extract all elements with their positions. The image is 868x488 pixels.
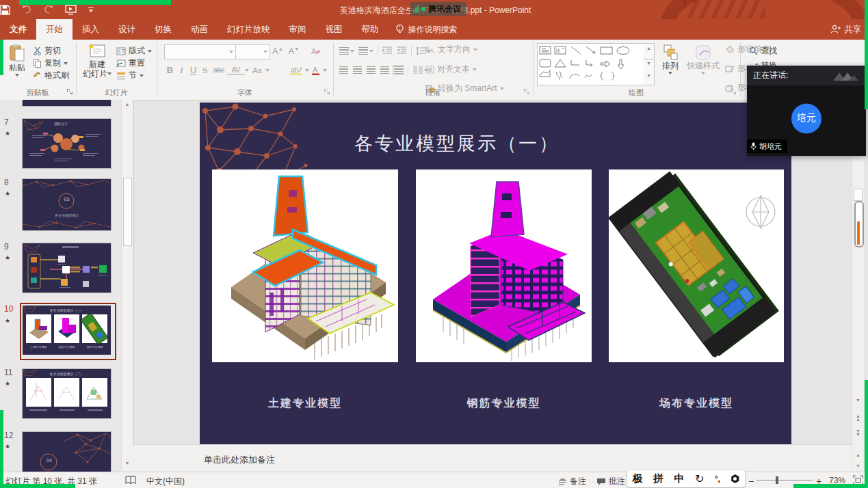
tab-design[interactable]: 设计 xyxy=(109,19,145,40)
tab-view[interactable]: 视图 xyxy=(316,19,352,40)
qat-customize-icon[interactable] xyxy=(88,7,94,13)
ime-redo-icon[interactable]: ↻ xyxy=(695,472,704,485)
meeting-status-dot xyxy=(421,7,425,11)
thumbnail-slide-6-partial[interactable] xyxy=(23,100,111,106)
share-border-bottom-left xyxy=(0,484,75,488)
ime-chinese-button[interactable]: 中 xyxy=(674,472,685,485)
thumbnail-slide-11[interactable]: 各专业模型展示（二） xyxy=(23,369,111,418)
slides-group: 幻灯片 xyxy=(77,40,156,100)
notes-icon xyxy=(558,478,567,486)
notes-placeholder[interactable]: 单击此处添加备注 xyxy=(204,454,275,466)
slide-12-mini-graphic xyxy=(23,432,111,472)
clipboard-dialog-launcher[interactable] xyxy=(66,87,73,97)
tab-insert[interactable]: 插入 xyxy=(73,19,109,40)
share-border-right-bottom xyxy=(865,380,868,488)
slide-10-mini-cap-1: 土建专业模型 xyxy=(26,345,51,349)
tencent-meeting-pill[interactable]: 腾讯会议 xyxy=(410,2,466,16)
paragraph-dialog-launcher[interactable] xyxy=(523,87,530,97)
comments-toggle[interactable]: 批注 xyxy=(596,476,625,487)
scroll-extra-up-icon[interactable]: ▲ xyxy=(852,452,864,457)
slide-11-number: 11 xyxy=(4,368,12,377)
font-group: 字体 xyxy=(157,40,332,100)
ime-mode-button[interactable]: 极 xyxy=(633,472,643,485)
slide-10-mini-cap-3: 场布专业模型 xyxy=(82,345,107,349)
thumbnail-slide-10[interactable]: 各专业模型展示（一） 土建专业模型 钢筋专业模型 场布专业模型 xyxy=(23,306,111,355)
font-dialog-launcher[interactable] xyxy=(324,87,330,97)
meeting-video-tile[interactable]: 培元 胡培元 xyxy=(747,85,866,156)
slide-canvas[interactable]: 各专业模型展示（一） xyxy=(200,103,791,444)
panel-scroll-down-icon[interactable]: ▼ xyxy=(122,461,133,465)
slide-8-animation-star-icon: ★ xyxy=(5,190,10,197)
tab-animations[interactable]: 动画 xyxy=(181,19,218,40)
thumbnail-slide-8[interactable]: 03 各专业模型展示 xyxy=(23,179,111,230)
slide-12-number: 12 xyxy=(4,431,13,440)
zoom-slider[interactable] xyxy=(757,480,813,480)
tencent-meeting-overlay[interactable]: 正在讲话: 培元 胡培元 xyxy=(747,66,866,156)
civil-model-image[interactable] xyxy=(212,170,398,362)
share-border-right-top xyxy=(865,0,868,109)
tab-file[interactable]: 文件 xyxy=(0,19,36,40)
drawing-dialog-launcher[interactable] xyxy=(730,87,737,97)
slide-title[interactable]: 各专业模型展示（一） xyxy=(354,131,560,156)
caption-rebar: 钢筋专业模型 xyxy=(416,396,592,411)
meeting-logo-icon xyxy=(830,70,860,82)
next-slide-button[interactable]: ▼▼ xyxy=(852,429,864,436)
share-border-bottom-right xyxy=(793,484,868,488)
slide-7-animation-star-icon: ★ xyxy=(5,130,10,137)
start-slideshow-icon[interactable] xyxy=(65,5,77,15)
paragraph-group: 段落 xyxy=(334,40,532,100)
thumbnail-slide-12[interactable]: 04 xyxy=(23,432,111,472)
undo-icon xyxy=(21,5,32,14)
share-person-icon xyxy=(830,25,841,34)
share-border-left-bottom xyxy=(0,410,3,488)
tab-transitions[interactable]: 切换 xyxy=(145,19,181,40)
share-border-left-top xyxy=(0,40,3,75)
notes-pane[interactable]: 单击此处添加备注 xyxy=(133,444,852,472)
slide-8-number: 8 xyxy=(4,178,9,187)
site-model-graphic xyxy=(609,170,784,362)
meeting-speaking-header[interactable]: 正在讲话: xyxy=(747,66,866,85)
tab-slideshow[interactable]: 幻灯片放映 xyxy=(218,19,280,40)
slide-9-mini-graphic xyxy=(23,243,111,293)
previous-slide-button[interactable]: ▲▲ xyxy=(852,414,864,421)
language-indicator[interactable]: 中文(中国) xyxy=(146,476,185,487)
site-model-image[interactable] xyxy=(609,170,784,362)
tab-home[interactable]: 开始 xyxy=(36,19,73,40)
bulb-icon xyxy=(395,24,404,35)
reading-position-indicator[interactable] xyxy=(854,201,864,247)
slide-7-number: 7 xyxy=(4,118,9,127)
save-icon[interactable] xyxy=(0,5,10,15)
share-button[interactable]: 共享 xyxy=(830,19,861,40)
ime-settings-icon[interactable] xyxy=(731,474,739,483)
panel-scroll-up-icon[interactable]: ▲ xyxy=(122,102,133,107)
meeting-signal-icon xyxy=(413,5,419,12)
slide-8-badge: 03 xyxy=(23,197,111,202)
find-button[interactable]: 查找 xyxy=(749,45,777,57)
panel-scrollbar-thumb[interactable] xyxy=(123,178,132,246)
thumbnail-slide-7[interactable]: 团队分工 xyxy=(23,119,111,168)
zoom-out-button[interactable]: − xyxy=(748,476,754,487)
tell-me-search[interactable]: 操作说明搜索 xyxy=(389,19,464,40)
ime-punctuation-button[interactable]: °, xyxy=(715,474,720,484)
slide-11-mini-graphic xyxy=(23,369,111,418)
thumbnail-panel-scrollbar[interactable]: ▲ ▼ xyxy=(121,100,133,472)
thumbnail-slide-9[interactable] xyxy=(23,243,111,293)
scroll-extra-down-icon[interactable]: ▼ xyxy=(852,463,864,468)
ime-toolbar[interactable]: 极 拼 中 ↻ °, xyxy=(627,470,745,487)
caption-civil: 土建专业模型 xyxy=(212,396,398,411)
tab-help[interactable]: 帮助 xyxy=(352,19,389,40)
slide-12-animation-star-icon: ★ xyxy=(5,443,10,450)
meeting-avatar: 培元 xyxy=(791,103,821,133)
ime-pinyin-button[interactable]: 拼 xyxy=(653,472,663,485)
zoom-slider-thumb[interactable] xyxy=(776,476,778,484)
accessibility-book-icon[interactable] xyxy=(125,476,136,487)
scrollbar-thumb[interactable] xyxy=(854,189,863,201)
reading-position-fill xyxy=(857,221,860,245)
tab-review[interactable]: 审阅 xyxy=(280,19,316,40)
scroll-down-icon[interactable]: ▼ xyxy=(852,398,864,403)
notes-toggle[interactable]: 备注 xyxy=(558,476,586,487)
rebar-model-image[interactable] xyxy=(416,170,592,362)
slide-11-animation-star-icon: ★ xyxy=(5,380,10,387)
ribbon-home: 粘贴 剪切 复制 格式刷 剪贴板 新建 幻灯片 版式 重置 节 幻灯片 xyxy=(0,40,868,100)
slide-thumbnail-panel: 7 ★ 团队分工 8 ★ 03 各专业模型展示 9 ★ xyxy=(0,100,134,472)
